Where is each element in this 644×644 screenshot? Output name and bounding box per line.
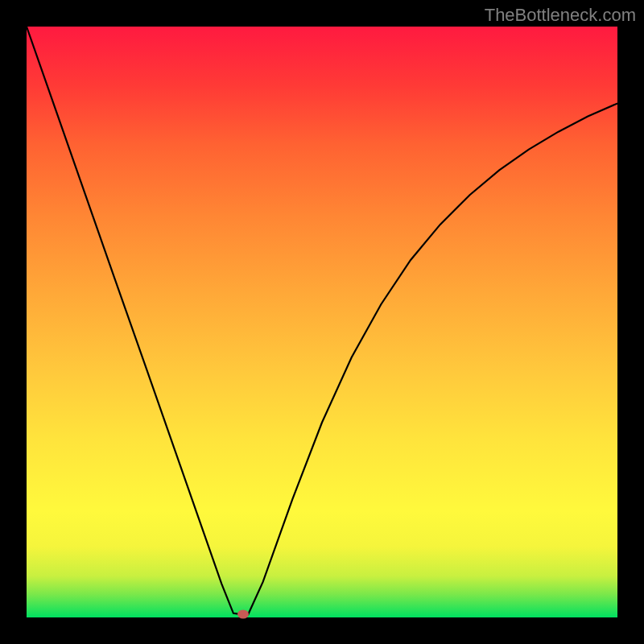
plot-area (27, 27, 617, 617)
chart-frame: TheBottleneck.com (0, 0, 644, 644)
watermark-text: TheBottleneck.com (485, 5, 636, 26)
marker-dot (237, 610, 249, 619)
